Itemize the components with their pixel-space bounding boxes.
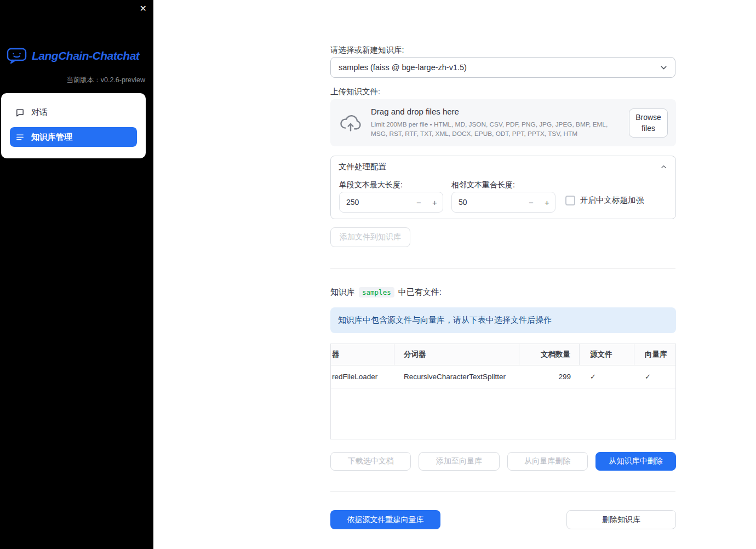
divider — [330, 491, 675, 492]
kb-select[interactable]: samples (faiss @ bge-large-zh-v1.5) — [330, 57, 675, 78]
cell-doc-count: 299 — [519, 365, 580, 388]
chunk-overlap-decrement-button[interactable]: − — [523, 192, 539, 212]
sidebar-menu: 对话 知识库管理 — [1, 93, 146, 158]
dropzone-title: Drag and drop files here — [371, 107, 620, 116]
app-logo: LangChain-Chatchat — [7, 47, 139, 64]
langchain-chatchat-logo-icon — [7, 47, 27, 64]
cell-vector-store-check: ✓ — [634, 365, 675, 388]
info-banner: 知识库中包含源文件与向量库，请从下表中选择文件后操作 — [330, 307, 676, 333]
main-content: 请选择或新建知识库: samples (faiss @ bge-large-zh… — [330, 0, 676, 549]
kb-name-code: samples — [359, 287, 394, 298]
upload-label: 上传知识文件: — [330, 87, 380, 97]
zh-title-enhance-label: 开启中文标题加强 — [580, 195, 644, 205]
chat-icon — [15, 108, 25, 117]
file-dropzone[interactable]: Drag and drop files here Limit 200MB per… — [330, 99, 676, 146]
kb-select-value: samples (faiss @ bge-large-zh-v1.5) — [339, 63, 467, 72]
rebuild-vector-store-button[interactable]: 依据源文件重建向量库 — [330, 510, 440, 529]
divider — [330, 268, 675, 269]
cell-source-file-check: ✓ — [580, 365, 634, 388]
file-config-expander: 文件处理配置 单段文本最大长度: 相邻文本重合长度: 250 − + 50 − … — [330, 156, 676, 219]
add-files-to-kb-button[interactable]: 添加文件到知识库 — [330, 227, 410, 247]
chunk-size-input[interactable]: 250 − + — [339, 192, 443, 213]
zh-title-enhance-checkbox-row: 开启中文标题加强 — [565, 195, 644, 205]
chunk-size-value: 250 — [340, 198, 411, 207]
chunk-overlap-increment-button[interactable]: + — [539, 192, 555, 212]
files-table: 器 分词器 文档数量 源文件 向量库 redFileLoader Recursi… — [330, 344, 676, 439]
delete-from-kb-button[interactable]: 从知识库中删除 — [595, 452, 676, 471]
delete-kb-button[interactable]: 删除知识库 — [566, 510, 676, 529]
delete-from-vector-store-button[interactable]: 从向量库删除 — [507, 452, 588, 471]
browse-files-button[interactable]: Browse files — [629, 108, 668, 138]
table-header-source-file: 源文件 — [580, 344, 634, 365]
app-logo-text: LangChain-Chatchat — [32, 49, 139, 62]
version-label: 当前版本：v0.2.6-preview — [66, 76, 145, 85]
existing-files-prefix: 知识库 — [330, 287, 355, 298]
cloud-upload-icon — [339, 114, 362, 131]
kb-select-label: 请选择或新建知识库: — [330, 45, 404, 55]
table-header-splitter: 分词器 — [394, 344, 519, 365]
sidebar-item-label: 知识库管理 — [31, 132, 72, 142]
expander-header[interactable]: 文件处理配置 — [331, 156, 675, 177]
chevron-down-icon — [659, 63, 668, 72]
expander-title: 文件处理配置 — [339, 162, 386, 172]
table-header-vector-store: 向量库 — [634, 344, 675, 365]
table-header-doc-count: 文档数量 — [519, 344, 580, 365]
dropzone-limit: Limit 200MB per file • HTML, MD, JSON, C… — [371, 120, 620, 138]
zh-title-enhance-checkbox[interactable] — [565, 196, 575, 205]
table-row[interactable]: redFileLoader RecursiveCharacterTextSpli… — [331, 365, 675, 388]
sidebar-item-dialogue[interactable]: 对话 — [10, 102, 137, 122]
chevron-up-icon — [660, 163, 668, 171]
table-header-row: 器 分词器 文档数量 源文件 向量库 — [331, 344, 675, 365]
chunk-size-decrement-button[interactable]: − — [411, 192, 427, 212]
file-actions: 下载选中文档 添加至向量库 从向量库删除 从知识库中删除 — [330, 452, 676, 471]
cell-splitter: RecursiveCharacterTextSplitter — [394, 365, 519, 388]
existing-files-line: 知识库 samples 中已有文件: — [330, 287, 442, 298]
sidebar-item-knowledge-base[interactable]: 知识库管理 — [10, 127, 137, 147]
download-selected-button[interactable]: 下载选中文档 — [330, 452, 411, 471]
list-icon — [15, 133, 25, 142]
chunk-overlap-label: 相邻文本重合长度: — [451, 180, 515, 190]
sidebar-item-label: 对话 — [31, 107, 48, 118]
chunk-size-increment-button[interactable]: + — [427, 192, 443, 212]
table-header-loader: 器 — [331, 344, 394, 365]
chunk-overlap-value: 50 — [452, 198, 523, 207]
close-icon[interactable]: ✕ — [140, 4, 147, 13]
chunk-overlap-input[interactable]: 50 − + — [451, 192, 555, 213]
chunk-size-label: 单段文本最大长度: — [339, 180, 403, 190]
sidebar: ✕ LangChain-Chatchat 当前版本：v0.2.6-preview… — [0, 0, 153, 549]
dropzone-text: Drag and drop files here Limit 200MB per… — [371, 107, 620, 138]
existing-files-suffix: 中已有文件: — [398, 287, 442, 298]
cell-loader: redFileLoader — [331, 365, 394, 388]
add-to-vector-store-button[interactable]: 添加至向量库 — [419, 452, 499, 471]
